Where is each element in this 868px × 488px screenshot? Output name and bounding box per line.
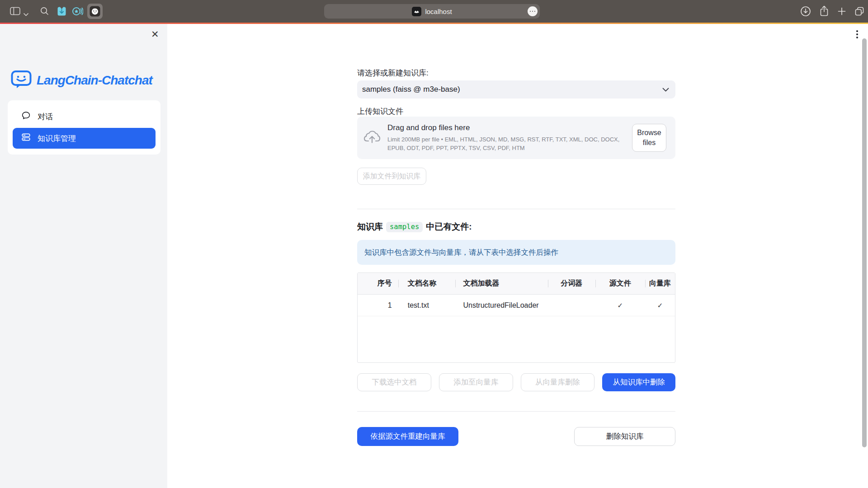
- kb-files-heading-suffix: 中已有文件:: [426, 221, 472, 233]
- kb-files-heading: 知识库 samples 中已有文件:: [357, 221, 675, 233]
- main-content: 请选择或新建知识库: samples (faiss @ m3e-base) 上传…: [357, 0, 675, 488]
- sidebar: ✕ LangChain-Chatchat 对话 知识库管理: [0, 24, 167, 488]
- info-banner: 知识库中包含源文件与向量库，请从下表中选择文件后操作: [357, 240, 675, 265]
- kb-action-buttons: 依据源文件重建向量库 删除知识库: [357, 427, 675, 446]
- kb-select[interactable]: samples (faiss @ m3e-base): [357, 80, 675, 99]
- col-header-index: 序号: [358, 273, 398, 294]
- new-tab-icon[interactable]: [838, 7, 846, 17]
- cell-source-check: ✓: [595, 295, 646, 316]
- cloud-upload-icon: [363, 128, 382, 147]
- rebuild-vector-store-button[interactable]: 依据源文件重建向量库: [357, 427, 458, 446]
- sidebar-item-label: 知识库管理: [38, 133, 76, 144]
- app-logo: LangChain-Chatchat: [11, 70, 152, 91]
- cat-catch-extension-icon[interactable]: [57, 6, 67, 19]
- kb-files-heading-prefix: 知识库: [357, 221, 383, 233]
- browser-toolbar: localhost: [0, 0, 868, 23]
- extensions-more-icon[interactable]: [528, 6, 538, 16]
- upload-label: 上传知识文件: [357, 106, 675, 117]
- share-icon[interactable]: [819, 5, 829, 19]
- download-selected-button[interactable]: 下载选中文档: [357, 373, 431, 391]
- sidebar-close-icon[interactable]: ✕: [151, 29, 159, 39]
- col-header-loader: 文档加载器: [455, 273, 547, 294]
- live-badge-extension-icon[interactable]: [72, 6, 83, 19]
- sidebar-toggle-icon[interactable]: [10, 7, 20, 17]
- address-url: localhost: [425, 8, 452, 15]
- col-header-vector: 向量库: [645, 273, 675, 294]
- select-chevron-down-icon: [662, 85, 669, 94]
- chat-bubble-logo-icon: [11, 70, 32, 91]
- page-scrollbar[interactable]: [862, 38, 867, 447]
- sidebar-item-label: 对话: [38, 112, 53, 122]
- chat-icon: [21, 111, 31, 122]
- database-icon: [21, 132, 31, 144]
- sidebar-item-dialogue[interactable]: 对话: [13, 106, 156, 127]
- files-table: 序号 文档名称 文档加载器 分词器 源文件 向量库 1 test.txt Uns…: [357, 272, 675, 363]
- file-dropzone[interactable]: Drag and drop files here Limit 200MB per…: [357, 117, 675, 159]
- add-files-button[interactable]: 添加文件到知识库: [357, 168, 426, 185]
- github-extension-icon[interactable]: [87, 4, 103, 19]
- cell-loader: UnstructuredFileLoader: [455, 295, 547, 316]
- divider: [357, 411, 675, 412]
- delete-from-kb-button[interactable]: 从知识库中删除: [602, 373, 675, 391]
- cell-vector-check: ✓: [645, 295, 675, 316]
- tab-overview-icon[interactable]: [854, 6, 865, 19]
- table-header-row: 序号 文档名称 文档加载器 分词器 源文件 向量库: [358, 273, 675, 295]
- cell-splitter: [548, 295, 595, 316]
- cell-index: 1: [358, 295, 398, 316]
- kb-name-code: samples: [386, 222, 423, 232]
- kb-select-label: 请选择或新建知识库:: [357, 68, 675, 78]
- table-row[interactable]: 1 test.txt UnstructuredFileLoader ✓ ✓: [358, 295, 675, 316]
- col-header-source: 源文件: [595, 273, 646, 294]
- address-bar[interactable]: localhost: [324, 4, 540, 19]
- app-menu-kebab-icon[interactable]: [856, 30, 858, 38]
- divider: [357, 209, 675, 209]
- delete-from-vector-button[interactable]: 从向量库删除: [521, 373, 595, 391]
- dropzone-limit: Limit 200MB per file • EML, HTML, JSON, …: [387, 136, 625, 153]
- decoration-stripe: [0, 23, 868, 24]
- col-header-docname: 文档名称: [398, 273, 456, 294]
- sidebar-item-knowledge-base[interactable]: 知识库管理: [13, 128, 156, 149]
- search-icon[interactable]: [40, 7, 49, 17]
- dropzone-text: Drag and drop files here Limit 200MB per…: [387, 123, 626, 153]
- downloads-icon[interactable]: [800, 6, 811, 19]
- app-logo-text: LangChain-Chatchat: [37, 73, 152, 88]
- dropzone-title: Drag and drop files here: [387, 123, 626, 132]
- col-header-splitter: 分词器: [548, 273, 595, 294]
- add-to-vector-button[interactable]: 添加至向量库: [439, 373, 513, 391]
- cell-docname: test.txt: [398, 295, 456, 316]
- file-action-buttons: 下载选中文档 添加至向量库 从向量库删除 从知识库中删除: [357, 373, 675, 391]
- delete-kb-button[interactable]: 删除知识库: [574, 427, 675, 446]
- streamlit-favicon: [412, 7, 421, 16]
- chevron-down-icon[interactable]: [24, 10, 28, 18]
- browse-files-button[interactable]: Browse files: [632, 124, 666, 152]
- sidebar-nav: 对话 知识库管理: [8, 100, 160, 155]
- kb-select-value: samples (faiss @ m3e-base): [362, 85, 460, 94]
